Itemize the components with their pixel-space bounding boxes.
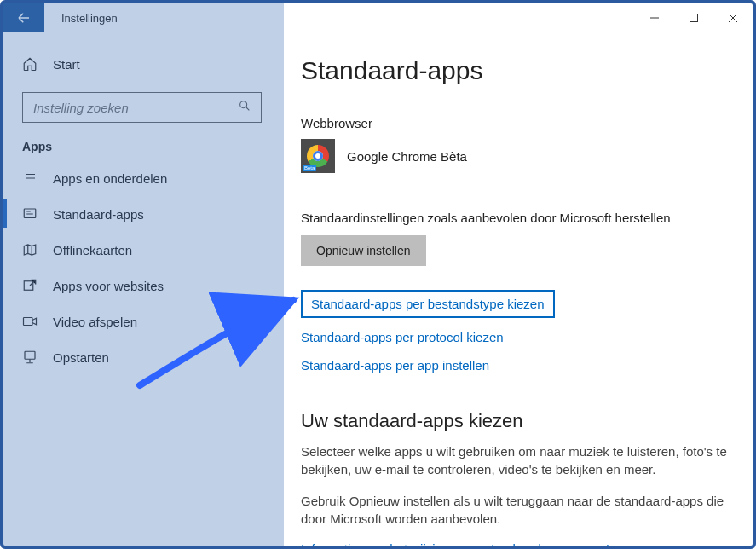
chrome-beta-icon: Beta <box>301 139 335 173</box>
sidebar-item-startup[interactable]: Opstarten <box>3 339 280 375</box>
sidebar-item-label: Standaard-apps <box>53 207 144 222</box>
svg-rect-4 <box>24 318 33 326</box>
sidebar-item-apps-features[interactable]: Apps en onderdelen <box>3 160 280 196</box>
default-browser-row[interactable]: Beta Google Chrome Bèta <box>301 139 732 173</box>
minimize-button[interactable] <box>635 3 674 32</box>
reset-description: Standaardinstellingen zoals aanbevolen d… <box>301 211 732 225</box>
minimize-icon <box>649 13 660 23</box>
close-icon <box>728 13 738 23</box>
sidebar-item-label: Opstarten <box>53 350 109 365</box>
svg-rect-3 <box>24 281 33 291</box>
open-external-icon <box>22 278 38 293</box>
svg-rect-5 <box>25 351 35 359</box>
defaults-icon <box>22 206 38 222</box>
maximize-button[interactable] <box>674 3 713 32</box>
sidebar-heading: Apps <box>3 140 280 160</box>
maximize-icon <box>689 13 699 23</box>
choose-paragraph-1: Selecteer welke apps u wilt gebruiken om… <box>301 442 732 478</box>
map-icon <box>22 242 38 257</box>
link-defaults-by-filetype[interactable]: Standaard-apps per bestandstype kiezen <box>301 290 555 318</box>
sidebar-item-apps-websites[interactable]: Apps voor websites <box>3 268 280 303</box>
choose-heading: Uw standaard-apps kiezen <box>301 410 732 432</box>
webbrowser-label: Webbrowser <box>301 116 732 130</box>
main-content: Standaard-apps Webbrowser Beta Google Ch… <box>280 32 753 546</box>
sidebar-item-label: Video afspelen <box>53 315 137 329</box>
sidebar-item-label: Apps voor websites <box>53 279 164 293</box>
search-icon <box>238 99 251 116</box>
sidebar-item-video-playback[interactable]: Video afspelen <box>3 303 280 339</box>
sidebar: Start Apps Apps en onderdelen Standa <box>3 32 280 546</box>
home-icon <box>22 56 38 72</box>
list-icon <box>22 170 38 186</box>
link-defaults-by-app[interactable]: Standaard-apps per app instellen <box>301 358 489 373</box>
sidebar-item-label: Apps en onderdelen <box>53 171 167 186</box>
page-title: Standaard-apps <box>301 56 732 85</box>
choose-paragraph-2: Gebruik Opnieuw instellen als u wilt ter… <box>301 492 732 528</box>
search-wrap <box>22 92 262 123</box>
sidebar-home-label: Start <box>53 57 80 72</box>
back-button[interactable] <box>3 3 44 32</box>
video-icon <box>22 314 38 329</box>
default-browser-name: Google Chrome Bèta <box>347 149 467 164</box>
titlebar: Instellingen <box>3 3 753 32</box>
svg-point-1 <box>240 101 247 108</box>
svg-rect-0 <box>690 14 698 22</box>
sidebar-item-label: Offlinekaarten <box>53 243 132 257</box>
link-info-default-programs[interactable]: Informatie over het wijzigen van standaa… <box>301 541 615 546</box>
close-button[interactable] <box>713 3 753 32</box>
startup-icon <box>22 350 38 365</box>
arrow-left-icon <box>16 10 32 26</box>
svg-rect-2 <box>24 209 36 218</box>
window-title: Instellingen <box>44 12 118 25</box>
reset-button[interactable]: Opnieuw instellen <box>301 235 426 266</box>
sidebar-item-offline-maps[interactable]: Offlinekaarten <box>3 232 280 268</box>
search-input[interactable] <box>22 92 262 123</box>
sidebar-item-default-apps[interactable]: Standaard-apps <box>3 196 280 232</box>
window-controls <box>635 3 753 32</box>
sidebar-home[interactable]: Start <box>3 48 280 80</box>
link-defaults-by-protocol[interactable]: Standaard-apps per protocol kiezen <box>301 330 504 344</box>
settings-window: Instellingen Start <box>0 0 756 549</box>
